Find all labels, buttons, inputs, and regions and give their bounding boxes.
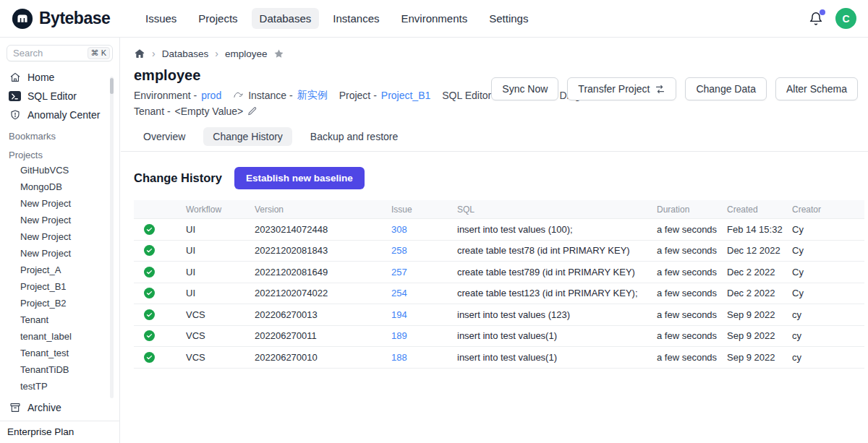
sidebar-project-item[interactable]: Tenant [0,311,119,328]
cell-created: Dec 12 2022 [727,241,792,262]
cell-sql: insert into test values(1) [457,347,657,368]
sidebar-scrollbar-track[interactable] [110,77,114,398]
cell-sql: create table test789 (id int PRIMARY KEY… [457,262,657,283]
transfer-arrows-icon [655,84,665,95]
nav-item-settings[interactable]: Settings [481,8,536,29]
plan-label[interactable]: Enterprise Plan [0,421,119,443]
issue-link[interactable]: 258 [391,245,407,256]
issue-link[interactable]: 257 [391,267,407,278]
table-row[interactable]: VCS 202206270010 188 insert into test va… [134,347,864,369]
change-data-button[interactable]: Change Data [685,77,767,100]
breadcrumb-employee[interactable]: employee [225,48,268,59]
sidebar-item-label: Anomaly Center [27,109,100,121]
table-row[interactable]: UI 20221202074022 254 create table test1… [134,283,864,305]
issue-link[interactable]: 189 [391,330,407,341]
sidebar-project-item[interactable]: Project_A [0,262,119,278]
sidebar-item-archive[interactable]: Archive [0,398,119,417]
cell-sql: insert into test values (100); [457,219,657,240]
notifications-button[interactable] [808,11,824,27]
sidebar-project-item[interactable]: Project_B1 [0,278,119,295]
table-row[interactable]: UI 20230214072448 308 insert into test v… [134,219,864,241]
cell-creator: Cy [792,262,864,283]
favorite-star-icon[interactable] [273,48,284,59]
tab-backup-and-restore[interactable]: Backup and restore [301,127,407,146]
projects-section-label: Projects [0,143,119,162]
instance-label: Instance - [248,90,292,101]
sidebar-project-item[interactable]: testTP [0,378,119,395]
column-header-created: Created [727,200,792,218]
sidebar-project-item[interactable]: MongoDB [0,179,119,195]
shield-icon [9,109,21,121]
table-row[interactable]: UI 20221202081843 258 create table test7… [134,241,864,262]
sidebar-item-sql-editor[interactable]: SQL Editor [0,87,119,106]
sidebar-project-item[interactable]: GitHubVCS [0,162,119,179]
nav-item-projects[interactable]: Projects [190,8,245,29]
sidebar-project-item[interactable]: Project_B2 [0,295,119,311]
cell-version: 20230214072448 [255,219,391,240]
issue-link[interactable]: 308 [391,224,407,235]
cell-version: 20221202081649 [255,262,391,283]
cell-workflow: UI [186,283,255,304]
sidebar-scrollbar-thumb[interactable] [110,78,114,94]
sidebar-project-item[interactable]: New Project [0,228,119,245]
table-header-row: Workflow Version Issue SQL Duration Crea… [134,200,864,219]
user-avatar[interactable]: C [835,8,856,29]
edit-pencil-icon[interactable] [247,106,258,116]
brand-name: Bytebase [39,9,110,28]
cell-creator: cy [792,304,864,325]
nav-item-instances[interactable]: Instances [325,8,387,29]
sidebar-item-home[interactable]: Home [0,68,119,87]
issue-link[interactable]: 254 [391,288,407,298]
page-actions: Sync Now Transfer Project Change Data Al… [491,77,858,100]
success-status-icon [144,309,155,320]
cell-workflow: VCS [186,304,255,325]
table-row[interactable]: VCS 202206270013 194 insert into test va… [134,304,864,326]
cell-created: Sep 9 2022 [727,326,792,347]
cell-creator: cy [792,347,864,368]
breadcrumb-home-icon[interactable] [134,48,145,59]
cell-creator: Cy [792,283,864,304]
sidebar-project-item[interactable]: TenantTiDB [0,361,119,378]
success-status-icon [144,267,155,278]
transfer-project-button[interactable]: Transfer Project [567,77,676,100]
cell-sql: create table test123 (id int PRIMARY KEY… [457,283,657,304]
cell-sql: insert into test values(1) [457,326,657,347]
sidebar-item-label: Archive [27,402,61,413]
breadcrumb-databases[interactable]: Databases [162,48,209,59]
cell-created: Feb 14 15:32 [727,219,792,240]
project-link[interactable]: Project_B1 [381,90,430,101]
cell-workflow: VCS [186,326,255,347]
nav-item-databases[interactable]: Databases [252,8,320,29]
cell-duration: a few seconds [657,283,727,304]
change-history-heading: Change History [134,171,222,185]
issue-link[interactable]: 188 [391,352,407,363]
establish-baseline-button[interactable]: Establish new baseline [234,167,365,189]
environment-link[interactable]: prod [201,90,221,101]
sidebar-project-item[interactable]: New Project [0,245,119,262]
breadcrumb-separator: › [215,48,218,59]
sidebar-item-anomaly-center[interactable]: Anomaly Center [0,106,119,124]
issue-link[interactable]: 194 [391,309,407,320]
cell-created: Sep 9 2022 [727,304,792,325]
table-row[interactable]: VCS 202206270011 189 insert into test va… [134,326,864,348]
cell-duration: a few seconds [657,304,727,325]
nav-item-issues[interactable]: Issues [137,8,184,29]
cell-creator: Cy [792,241,864,262]
column-header-duration: Duration [657,200,727,218]
nav-item-environments[interactable]: Environments [393,8,475,29]
sync-now-button[interactable]: Sync Now [491,77,558,100]
tenant-label: Tenant - [134,106,171,117]
alter-schema-button[interactable]: Alter Schema [775,77,858,100]
sidebar-project-item[interactable]: tenant_label [0,328,119,345]
sidebar-project-item[interactable]: New Project [0,212,119,228]
sidebar-project-item[interactable]: New Project [0,195,119,212]
instance-link[interactable]: 新实例 [297,89,328,102]
tab-change-history[interactable]: Change History [203,127,292,146]
success-status-icon [144,288,155,298]
table-row[interactable]: UI 20221202081649 257 create table test7… [134,262,864,283]
sidebar-project-item[interactable]: Tenant_test [0,345,119,361]
brand-logo[interactable]: Bytebase [12,8,127,30]
success-status-icon [144,245,155,256]
column-header-sql: SQL [457,200,657,218]
tab-overview[interactable]: Overview [134,127,195,146]
